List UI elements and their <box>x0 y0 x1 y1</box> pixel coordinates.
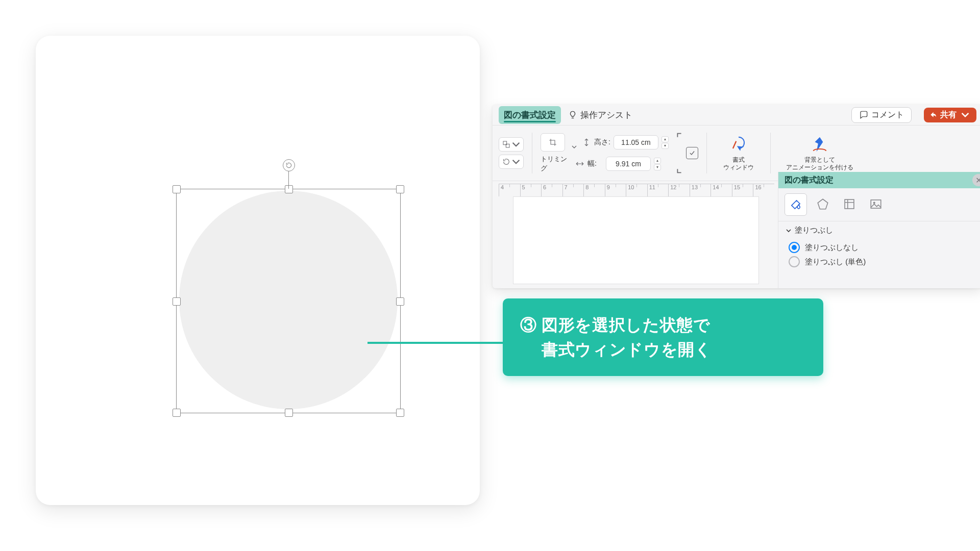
chevron-down-icon <box>512 158 520 166</box>
handle-top-left[interactable] <box>173 185 181 193</box>
share-button[interactable]: 共有 <box>924 108 976 122</box>
group-shapes-button[interactable] <box>499 137 524 152</box>
height-input[interactable]: 11.05 cm <box>614 135 658 149</box>
chevron-down-icon <box>572 144 577 149</box>
share-icon <box>929 111 937 119</box>
ruler-tick: 15 <box>732 184 753 196</box>
width-input[interactable]: 9.91 cm <box>606 157 651 171</box>
pane-tab-fill[interactable] <box>785 193 807 216</box>
radio-icon <box>789 242 800 253</box>
check-icon <box>689 149 696 157</box>
ruler-tick: 6 <box>541 184 562 196</box>
callout-line1: ③ 図形を選択した状態で <box>520 313 806 337</box>
handle-top-center[interactable] <box>285 185 293 193</box>
handle-top-right[interactable] <box>396 185 404 193</box>
callout-connector <box>368 342 503 344</box>
ruler-tick: 10 <box>626 184 647 196</box>
bg-animation-icon <box>810 135 829 154</box>
format-pane-icon <box>729 135 748 154</box>
pane-tab-size[interactable] <box>839 193 860 215</box>
chevron-down-icon <box>786 228 792 234</box>
format-pane: 図の書式設定 ✕ 塗りつぶし 塗りつぶしなし <box>778 172 980 288</box>
tell-me-assist[interactable]: 操作アシスト <box>568 109 632 121</box>
tab-format-picture[interactable]: 図の書式設定 <box>499 106 561 124</box>
ruler-tick: 14 <box>710 184 732 196</box>
crop-aspect-lock <box>675 130 698 177</box>
ruler-tick: 9 <box>605 184 626 196</box>
group-icon <box>502 140 510 148</box>
assist-label: 操作アシスト <box>580 109 632 121</box>
fill-none-label: 塗りつぶしなし <box>805 243 859 253</box>
height-icon <box>582 138 591 147</box>
callout-line2: 書式ウィンドウを開く <box>520 337 806 362</box>
handle-bottom-right[interactable] <box>396 409 404 417</box>
crop-label: トリミング <box>541 155 570 173</box>
width-stepper[interactable]: ▴▾ <box>654 158 661 170</box>
rotate-icon <box>502 158 510 166</box>
handle-bottom-center[interactable] <box>285 409 293 417</box>
chevron-down-icon <box>512 140 520 148</box>
ribbon-group-misc <box>499 130 524 177</box>
radio-icon <box>789 256 800 267</box>
ribbon-screenshot: 図の書式設定 操作アシスト コメント 共有 <box>493 105 980 288</box>
aspect-checkbox[interactable] <box>686 147 698 159</box>
pane-tab-picture[interactable] <box>865 193 887 215</box>
ruler-tick: 13 <box>690 184 711 196</box>
ruler-tick: 12 <box>668 184 690 196</box>
crop-icon <box>549 138 557 146</box>
crop-button[interactable] <box>541 133 565 152</box>
height-label: 高さ: <box>594 138 610 147</box>
fill-section: 塗りつぶし 塗りつぶしなし 塗りつぶし (単色) <box>778 221 980 273</box>
rotation-stem <box>288 168 289 189</box>
selected-shape-bbox[interactable] <box>176 189 401 413</box>
format-pane-title: 図の書式設定 <box>778 172 980 188</box>
svg-rect-2 <box>845 199 854 209</box>
pentagon-icon <box>816 197 829 211</box>
bracket-tl-icon <box>675 132 684 141</box>
chevron-down-icon <box>961 111 969 119</box>
fill-section-title[interactable]: 塗りつぶし <box>786 226 975 235</box>
size-properties-icon <box>843 197 856 211</box>
height-stepper[interactable]: ▴▾ <box>662 136 669 149</box>
handle-mid-left[interactable] <box>173 297 181 306</box>
ribbon-divider <box>706 133 707 173</box>
handle-mid-right[interactable] <box>396 297 404 306</box>
svg-rect-3 <box>871 200 881 208</box>
bracket-bl-icon <box>675 165 684 174</box>
ruler-tick: 11 <box>647 184 669 196</box>
document-area[interactable] <box>513 196 759 284</box>
handle-bottom-left[interactable] <box>173 409 181 417</box>
ribbon-group-size: 高さ: 11.05 cm ▴▾ トリミング 幅: 9.91 cm ▴▾ <box>541 130 669 177</box>
ruler-tick: 7 <box>562 184 584 196</box>
ruler-tick: 5 <box>520 184 542 196</box>
comment-icon <box>859 110 868 119</box>
comment-label: コメント <box>871 110 904 120</box>
paint-bucket-icon <box>789 198 802 211</box>
rotate-icon <box>285 162 292 169</box>
bg-animation-button[interactable]: 背景としてアニメーションを付ける <box>779 130 861 177</box>
ruler-tick: 16 <box>753 184 774 196</box>
picture-icon <box>869 197 883 211</box>
lightbulb-icon <box>568 110 577 119</box>
canvas-card <box>36 36 480 505</box>
fill-solid-radio[interactable]: 塗りつぶし (単色) <box>786 255 975 269</box>
width-field: 幅: 9.91 cm ▴▾ <box>575 157 661 171</box>
format-pane-button[interactable]: 書式ウィンドウ <box>715 130 762 177</box>
ribbon-divider <box>770 133 771 173</box>
rotation-handle[interactable] <box>283 159 295 171</box>
selection-outline <box>176 189 401 413</box>
ribbon-tabbar: 図の書式設定 操作アシスト コメント 共有 <box>493 105 980 126</box>
height-field: 高さ: 11.05 cm ▴▾ <box>582 135 669 149</box>
format-pane-label: 書式ウィンドウ <box>723 156 754 171</box>
width-icon <box>575 159 584 168</box>
pane-tab-effects[interactable] <box>812 193 834 215</box>
ruler-tick: 8 <box>583 184 605 196</box>
comment-button[interactable]: コメント <box>851 107 912 123</box>
fill-none-radio[interactable]: 塗りつぶしなし <box>786 240 975 255</box>
width-label: 幅: <box>587 159 603 168</box>
instruction-callout: ③ 図形を選択した状態で 書式ウィンドウを開く <box>503 298 823 376</box>
fill-solid-label: 塗りつぶし (単色) <box>805 257 866 267</box>
rotate-button[interactable] <box>499 155 524 169</box>
format-pane-tabs <box>778 188 980 221</box>
bg-animation-label: 背景としてアニメーションを付ける <box>786 156 853 171</box>
